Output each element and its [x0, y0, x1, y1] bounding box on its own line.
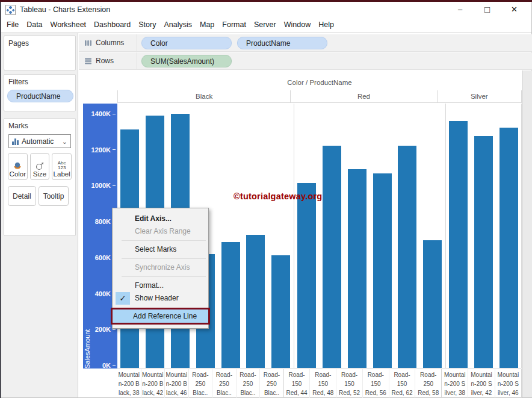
bar-group-silver — [446, 104, 522, 368]
x-axis-label[interactable]: Road-250Blac.. — [212, 369, 237, 398]
columns-shelf-label: Columns — [96, 39, 124, 47]
group-header-row: BlackRedSilver — [117, 90, 522, 103]
menubar-item-worksheet[interactable]: Worksheet — [51, 20, 87, 29]
bar-red-road-150-red-44[interactable] — [297, 183, 316, 368]
bar-red-road-150-red-48[interactable] — [323, 146, 341, 368]
columns-shelf: Columns ColorProductName — [79, 34, 532, 52]
chart-column-field-labels[interactable]: Color / ProductName — [117, 79, 522, 86]
bar-slot — [218, 104, 243, 368]
minimize-button-icon[interactable]: – — [447, 2, 474, 17]
tableau-logo-icon — [5, 5, 16, 15]
bar-slot — [446, 104, 471, 368]
y-tick-label: 800K — [95, 218, 111, 225]
size-icon — [35, 161, 45, 170]
bar-silver-mountai-n-200-s-ilver-42[interactable] — [474, 136, 493, 368]
x-axis-label[interactable]: Mountain-200 Silver, 38 — [442, 369, 468, 398]
bar-black-road-250-blac[interactable] — [221, 242, 240, 368]
menubar-item-map[interactable]: Map — [200, 20, 214, 29]
columns-pill-productname[interactable]: ProductName — [237, 37, 327, 49]
filter-pill-productname[interactable]: ProductName — [7, 90, 73, 102]
menubar-item-story[interactable]: Story — [138, 20, 156, 29]
x-axis-label[interactable]: Road-150Red, 48 — [310, 369, 336, 398]
close-button-icon[interactable]: ✕ — [501, 2, 528, 17]
bar-black-road-250-blac[interactable] — [246, 235, 265, 368]
x-label-row: Mountain-200 Black, 38Mountain-200 Black… — [117, 369, 522, 398]
bar-red-road-150-red-62[interactable] — [398, 146, 416, 368]
bar-silver-mountai-n-200-s-ilver-46[interactable] — [500, 128, 518, 368]
maximize-button-icon[interactable]: □ — [474, 2, 501, 17]
context-menu: Edit Axis...Clear Axis RangeSelect Marks… — [112, 208, 209, 329]
bar-slot — [243, 104, 268, 368]
pages-panel[interactable]: Pages — [4, 36, 76, 70]
group-header-black[interactable]: Black — [118, 90, 291, 102]
bar-black-road-250-blac[interactable] — [271, 255, 290, 368]
mark-type-value: Automatic — [22, 137, 59, 146]
x-axis-label[interactable]: Mountain-200 Silver, 42 — [468, 369, 495, 398]
checkmark-icon: ✓ — [116, 292, 130, 305]
filters-panel[interactable]: Filters ProductName — [4, 74, 76, 111]
context-menu-item-edit-axis[interactable]: Edit Axis... — [113, 213, 208, 225]
menu-separator — [122, 276, 206, 277]
context-menu-item-add-reference-line[interactable]: Add Reference Line — [111, 308, 210, 325]
menubar-item-server[interactable]: Server — [254, 20, 276, 29]
context-menu-item-clear-axis-range: Clear Axis Range — [113, 225, 208, 238]
title-bar: Tableau - Charts Extension – □ ✕ — [1, 2, 531, 17]
bar-slot — [496, 104, 521, 368]
bar-red-road-150-red-52[interactable] — [348, 169, 367, 368]
group-header-red[interactable]: Red — [291, 90, 437, 102]
x-axis-label[interactable]: Road-150Red, 52 — [336, 369, 363, 398]
bar-red-road-250-red-58[interactable] — [423, 240, 442, 368]
context-menu-item-synchronize-axis: Synchronize Axis — [113, 261, 208, 274]
menu-bar: FileDataWorksheetDashboardStoryAnalysisM… — [1, 17, 531, 33]
vertical-scrollbar-track[interactable] — [522, 70, 532, 397]
marks-panel-title: Marks — [4, 119, 75, 130]
menubar-item-format[interactable]: Format — [222, 20, 246, 29]
context-menu-item-show-header[interactable]: ✓Show Header — [113, 292, 208, 305]
group-header-silver[interactable]: Silver — [438, 90, 522, 102]
menubar-item-help[interactable]: Help — [318, 20, 334, 29]
y-tick-1400k: 1400K — [91, 110, 116, 118]
x-axis-label[interactable]: Road-150Red, 44 — [284, 369, 311, 398]
menubar-item-file[interactable]: File — [7, 20, 19, 29]
tick-mark — [113, 185, 116, 186]
detail-button[interactable]: Detail — [8, 186, 36, 206]
y-tick-label: 600K — [95, 254, 111, 261]
bar-slot — [395, 104, 420, 368]
bar-slot — [471, 104, 496, 368]
x-axis-label[interactable]: Road-250Blac.. — [189, 369, 213, 398]
x-axis-label[interactable]: Road-250Blac.. — [237, 369, 261, 398]
x-axis-label[interactable]: Road-150Red, 62 — [389, 369, 416, 398]
y-tick-label: 1200K — [91, 146, 111, 154]
chevron-down-icon: ⌄ — [62, 138, 67, 145]
x-axis-label[interactable]: Mountain-200 Black, 46 — [165, 369, 189, 398]
x-axis-label[interactable]: Road-250Blac.. — [260, 369, 283, 398]
x-axis-label[interactable]: Mountain-200 Silver, 46 — [495, 369, 521, 398]
rows-pill-sum-salesamount[interactable]: SUM(SalesAmount) — [141, 55, 232, 67]
filters-pills: ProductName — [4, 86, 75, 102]
rows-shelf-label: Rows — [96, 57, 114, 65]
x-axis-label[interactable]: Mountain-200 Black, 42 — [141, 369, 165, 398]
tooltip-button[interactable]: Tooltip — [39, 186, 69, 206]
bar-chart-icon — [12, 138, 19, 145]
bar-group-red — [294, 104, 446, 368]
x-axis-label[interactable]: Road-150Red, 56 — [363, 369, 389, 398]
x-axis-label[interactable]: Road-250Red, 58 — [415, 369, 441, 398]
menubar-item-data[interactable]: Data — [26, 20, 42, 29]
menubar-item-dashboard[interactable]: Dashboard — [94, 20, 131, 29]
context-menu-item-format[interactable]: Format... — [113, 279, 208, 292]
menubar-item-window[interactable]: Window — [284, 20, 311, 29]
mark-type-dropdown[interactable]: Automatic ⌄ — [8, 134, 71, 148]
bar-red-road-150-red-56[interactable] — [373, 173, 392, 368]
tick-mark — [113, 329, 116, 330]
label-button[interactable]: Abc 123 Label — [52, 153, 72, 180]
tick-mark — [113, 149, 116, 150]
y-tick-1000k: 1000K — [91, 181, 116, 190]
x-label-group-black: Mountain-200 Black, 38Mountain-200 Black… — [117, 369, 284, 398]
context-menu-item-select-marks[interactable]: Select Marks — [113, 243, 208, 256]
columns-pill-color[interactable]: Color — [141, 37, 232, 49]
bar-silver-mountai-n-200-s-ilver-38[interactable] — [449, 121, 468, 368]
x-axis-label[interactable]: Mountain-200 Black, 38 — [117, 369, 141, 398]
color-button[interactable]: Color — [8, 153, 28, 180]
size-button[interactable]: Size — [30, 153, 50, 180]
menubar-item-analysis[interactable]: Analysis — [164, 20, 192, 29]
